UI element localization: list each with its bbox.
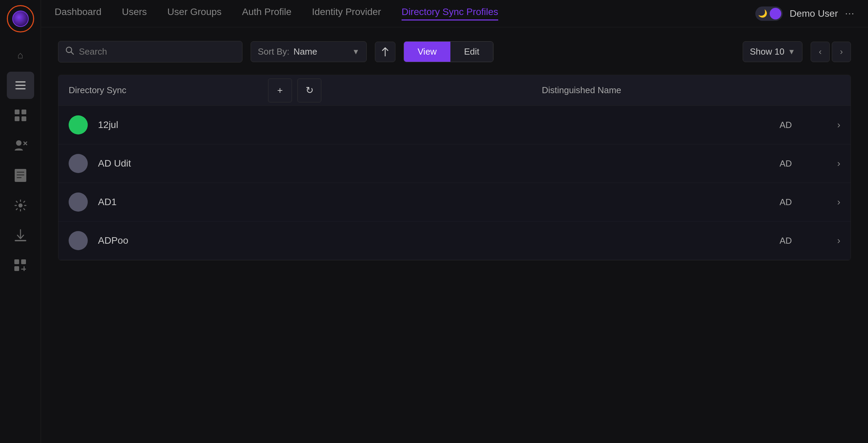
table-row[interactable]: AD1 AD ›	[58, 183, 851, 222]
col-header-distinguished-name: Distinguished Name	[323, 85, 840, 96]
refresh-button[interactable]: ↻	[297, 78, 321, 102]
sort-by-label: Sort By:	[258, 46, 289, 57]
table-row[interactable]: 12jul AD ›	[58, 106, 851, 144]
logo[interactable]	[5, 3, 36, 34]
add-entry-button[interactable]: +	[268, 78, 292, 102]
search-icon	[65, 46, 74, 57]
row-name-label: AD Udit	[98, 158, 262, 169]
nav-tabs: Dashboard Users User Groups Auth Profile…	[55, 6, 498, 20]
row-name-label: ADPoo	[98, 235, 262, 246]
status-indicator-gray	[69, 231, 88, 250]
home-icon[interactable]: ⌂	[7, 42, 34, 69]
col-header-dir-sync: Directory Sync	[69, 85, 267, 96]
row-dn-label: AD	[752, 197, 820, 208]
tab-user-groups[interactable]: User Groups	[167, 6, 222, 20]
prev-page-button[interactable]: ‹	[811, 42, 830, 62]
view-button[interactable]: View	[404, 42, 450, 62]
view-edit-toggle: View Edit	[404, 41, 493, 62]
pagination-buttons: ‹ ›	[811, 42, 851, 62]
svg-rect-4	[22, 110, 26, 114]
tab-auth-profile[interactable]: Auth Profile	[242, 6, 292, 20]
table-header: Directory Sync + ↻ Distinguished Name	[58, 75, 851, 106]
svg-rect-6	[22, 116, 26, 121]
tab-directory-sync-profiles[interactable]: Directory Sync Profiles	[402, 6, 498, 20]
search-wrap[interactable]	[58, 41, 242, 62]
svg-rect-18	[14, 266, 19, 271]
svg-rect-15	[15, 240, 26, 241]
row-expand-icon[interactable]: ›	[820, 235, 840, 246]
row-expand-icon[interactable]: ›	[820, 197, 840, 208]
svg-rect-13	[17, 177, 22, 178]
search-input[interactable]	[79, 46, 235, 57]
show-count-wrap[interactable]: Show 10 ▼	[743, 41, 802, 62]
row-dn-label: AD	[752, 120, 820, 130]
row-expand-icon[interactable]: ›	[820, 158, 840, 169]
add-widget-icon[interactable]	[7, 252, 34, 279]
status-indicator-green	[69, 115, 88, 134]
sort-chevron-icon: ▼	[352, 47, 360, 56]
tab-identity-provider[interactable]: Identity Provider	[312, 6, 381, 20]
row-name-label: AD1	[98, 197, 262, 208]
main-content: Dashboard Users User Groups Auth Profile…	[41, 0, 868, 443]
user-menu-icon[interactable]: ⋯	[845, 8, 854, 19]
toggle-knob	[770, 8, 781, 19]
moon-icon: 🌙	[758, 9, 767, 18]
page-content: Sort By: Name ▼ View Edit Show 10 ▼ ‹ ›	[41, 27, 868, 443]
user-name-label: Demo User	[789, 8, 838, 19]
svg-rect-0	[15, 81, 26, 83]
next-page-button[interactable]: ›	[832, 42, 851, 62]
user-area: 🌙 Demo User ⋯	[755, 6, 854, 21]
row-expand-icon[interactable]: ›	[820, 119, 840, 130]
svg-line-22	[71, 52, 73, 54]
top-bar: Dashboard Users User Groups Auth Profile…	[41, 0, 868, 27]
svg-rect-5	[15, 116, 19, 121]
sort-by-value: Name	[293, 46, 348, 57]
users-admin-icon[interactable]	[7, 132, 34, 159]
dark-mode-toggle[interactable]: 🌙	[755, 6, 783, 21]
tab-dashboard[interactable]: Dashboard	[55, 6, 101, 20]
sort-by-wrap[interactable]: Sort By: Name ▼	[251, 41, 367, 62]
show-chevron-icon: ▼	[788, 47, 795, 56]
svg-point-7	[16, 140, 22, 146]
table-actions: + ↻	[267, 78, 323, 102]
row-dn-label: AD	[752, 235, 820, 246]
grid-icon[interactable]	[7, 102, 34, 129]
directory-sync-table: Directory Sync + ↻ Distinguished Name 12…	[58, 75, 851, 260]
edit-button[interactable]: Edit	[450, 42, 493, 62]
tab-users[interactable]: Users	[122, 6, 147, 20]
list-icon[interactable]	[7, 72, 34, 99]
svg-rect-2	[15, 88, 26, 89]
svg-rect-16	[14, 259, 19, 264]
svg-rect-12	[17, 174, 24, 175]
sidebar: ⌂	[0, 0, 41, 443]
svg-rect-11	[17, 172, 24, 173]
sort-direction-button[interactable]	[375, 42, 395, 62]
toolbar: Sort By: Name ▼ View Edit Show 10 ▼ ‹ ›	[58, 41, 851, 62]
svg-rect-20	[21, 269, 26, 270]
status-indicator-gray	[69, 192, 88, 212]
svg-rect-3	[15, 110, 19, 114]
table-row[interactable]: AD Udit AD ›	[58, 144, 851, 183]
table-row[interactable]: ADPoo AD ›	[58, 222, 851, 260]
row-dn-label: AD	[752, 158, 820, 169]
download-icon[interactable]	[7, 222, 34, 249]
svg-point-14	[18, 203, 23, 208]
svg-rect-17	[21, 259, 26, 264]
row-name-label: 12jul	[98, 119, 262, 130]
report-icon[interactable]	[7, 162, 34, 189]
svg-rect-1	[15, 85, 26, 86]
show-count-label: Show 10	[750, 46, 784, 57]
status-indicator-gray	[69, 154, 88, 173]
settings-icon[interactable]	[7, 192, 34, 219]
